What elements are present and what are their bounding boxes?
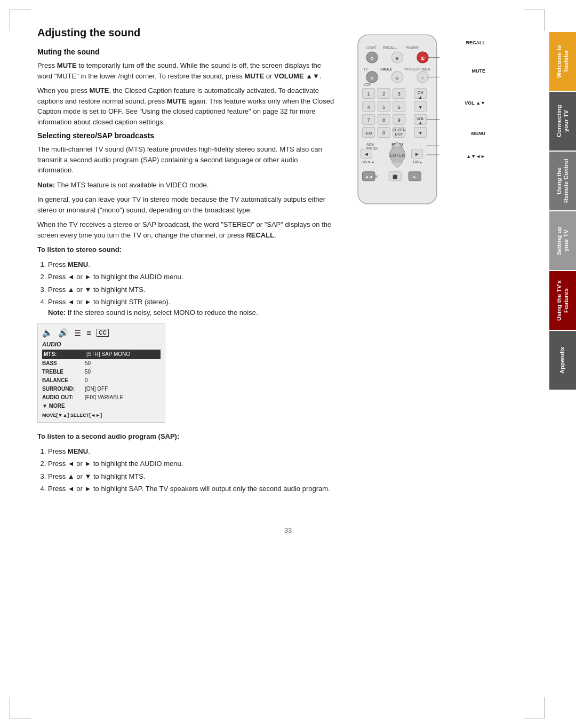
svg-text:⊗: ⊗ xyxy=(370,75,374,81)
svg-text:CABLE: CABLE xyxy=(380,67,392,71)
stereo-step-4: Press ◄ or ► to highlight STR (stereo). … xyxy=(48,297,336,318)
svg-text:◄◄: ◄◄ xyxy=(365,175,373,179)
svg-text:4: 4 xyxy=(367,104,370,110)
stereo-steps-list: Press MENU. Press ◄ or ► to highlight th… xyxy=(48,259,336,318)
svg-text:2: 2 xyxy=(382,91,385,97)
stereo-para-3: When the TV receives a stereo or SAP bro… xyxy=(37,219,336,240)
recall-label: RECALL xyxy=(466,40,486,45)
stereo-note: Note: The MTS feature is not available i… xyxy=(37,180,336,191)
svg-text:FAV▼◄: FAV▼◄ xyxy=(361,160,374,164)
svg-text:VCR: VCR xyxy=(364,83,371,86)
svg-text:⊕: ⊕ xyxy=(396,75,399,81)
remote-svg: LIGHT RECALL/ POWER ⊗ ⊕ ⏻ TV CA xyxy=(347,32,448,207)
page-number: 33 xyxy=(0,526,576,534)
audio-icon-equalizer: ≣ xyxy=(74,328,81,338)
svg-text:CH/RTN: CH/RTN xyxy=(393,128,405,132)
muting-para-2: When you press MUTE, the Closed Caption … xyxy=(37,85,336,127)
svg-text:ADV/: ADV/ xyxy=(366,143,374,146)
stereo-sap-title: Selecting stereo/SAP broadcasts xyxy=(37,131,336,140)
svg-text:LIGHT: LIGHT xyxy=(366,46,377,50)
sap-step-1: Press MENU. xyxy=(48,446,336,457)
stereo-step-2: Press ◄ or ► to highlight the AUDIO menu… xyxy=(48,272,336,282)
svg-text:►: ► xyxy=(413,175,417,179)
vol-label: VOL ▲▼ xyxy=(465,100,485,106)
audio-row-audio-out: AUDIO OUT: [FIX] VARIABLE xyxy=(42,393,161,402)
side-navigation: Welcome toToshiba Connectingyour TV Usin… xyxy=(549,32,576,390)
tab-setting-up[interactable]: Setting upyour TV xyxy=(549,211,576,270)
svg-text:7: 7 xyxy=(367,117,370,123)
menu-label: MENU xyxy=(471,131,486,136)
svg-text:▼: ▼ xyxy=(418,130,422,136)
audio-icon-network: ≡ xyxy=(86,328,91,338)
svg-text:RECALL/: RECALL/ xyxy=(383,46,398,50)
stereo-para-2: In general, you can leave your TV in ste… xyxy=(37,194,336,215)
svg-text:9: 9 xyxy=(398,117,401,123)
svg-text:▲: ▲ xyxy=(418,94,422,100)
audio-menu-screenshot: 🔈 🔊 ≣ ≡ CC AUDIO MTS: [STR] SAP MONO BAS… xyxy=(37,323,165,423)
sap-step-4: Press ◄ or ► to highlight SAP. The TV sp… xyxy=(48,484,336,494)
svg-text:3: 3 xyxy=(398,91,401,97)
audio-row-balance: BALANCE 0 xyxy=(42,376,161,385)
svg-text:1: 1 xyxy=(367,91,370,97)
svg-text:TIMER: TIMER xyxy=(420,67,430,71)
svg-text:8: 8 xyxy=(382,117,385,123)
tab-features[interactable]: Using the TV'sFeatures xyxy=(549,271,576,330)
audio-menu-label: AUDIO xyxy=(42,341,161,347)
audio-row-bass: BASS 50 xyxy=(42,359,161,368)
tab-remote[interactable]: Using theRemote Control xyxy=(549,152,576,210)
svg-text:TV: TV xyxy=(364,67,369,71)
muting-title: Muting the sound xyxy=(37,48,336,56)
svg-text:POWER: POWER xyxy=(406,46,419,50)
svg-text:⬛: ⬛ xyxy=(393,175,398,179)
svg-text:⊗: ⊗ xyxy=(370,56,374,61)
main-content: Adjusting the sound Muting the sound Pre… xyxy=(21,16,539,510)
svg-text:◄: ◄ xyxy=(364,151,369,157)
audio-icon-speaker: 🔈 xyxy=(42,328,53,338)
svg-text:○: ○ xyxy=(421,75,424,81)
svg-text:▲: ▲ xyxy=(418,120,422,125)
right-column: RECALL MUTE VOL ▲▼ MENU ▲▼◄► LIGHT RECAL… xyxy=(347,27,496,500)
audio-row-more: ▼ MORE xyxy=(42,402,161,410)
audio-row-treble: TREBLE 50 xyxy=(42,368,161,376)
audio-menu-icon-row: 🔈 🔊 ≣ ≡ CC xyxy=(42,328,161,338)
stereo-steps-title: To listen to stereo sound: xyxy=(37,244,336,255)
corner-border-tl xyxy=(10,10,31,31)
corner-border-bl xyxy=(10,697,31,718)
stereo-step-1: Press MENU. xyxy=(48,259,336,270)
svg-text:⏻: ⏻ xyxy=(421,56,425,61)
mute-label: MUTE xyxy=(472,68,486,74)
svg-text:ENTER: ENTER xyxy=(390,153,405,158)
sap-steps-list: Press MENU. Press ◄ or ► to highlight th… xyxy=(48,446,336,494)
svg-text:►: ► xyxy=(414,151,419,157)
svg-text:0: 0 xyxy=(382,130,385,136)
svg-text:100: 100 xyxy=(365,131,372,136)
svg-text:FAV▲: FAV▲ xyxy=(413,160,423,164)
left-column: Adjusting the sound Muting the sound Pre… xyxy=(37,27,336,500)
corner-border-br xyxy=(524,697,545,718)
tab-welcome[interactable]: Welcome toToshiba xyxy=(549,32,576,91)
audio-row-surround: SURROUND: [ON] OFF xyxy=(42,385,161,393)
stereo-step-3: Press ▲ or ▼ to highlight MTS. xyxy=(48,284,336,295)
svg-text:⊕: ⊕ xyxy=(396,56,399,61)
audio-icon-cc: CC xyxy=(97,329,108,337)
tab-appendix[interactable]: Appendix xyxy=(549,331,576,390)
remote-control-diagram: RECALL MUTE VOL ▲▼ MENU ▲▼◄► LIGHT RECAL… xyxy=(347,32,485,207)
corner-border-tr xyxy=(524,10,545,31)
stereo-para-1: The multi-channel TV sound (MTS) feature… xyxy=(37,144,336,176)
svg-text:6: 6 xyxy=(398,104,401,110)
svg-text:▼: ▼ xyxy=(418,105,422,110)
sap-step-3: Press ▲ or ▼ to highlight MTS. xyxy=(48,471,336,482)
section-title: Adjusting the sound xyxy=(37,27,336,39)
muting-para-1: Press MUTE to temporarily turn off the s… xyxy=(37,60,336,81)
sap-steps-title: To listen to a second audio program (SAP… xyxy=(37,431,336,442)
svg-text:5: 5 xyxy=(382,104,385,110)
sap-step-2: Press ◄ or ► to highlight the AUDIO menu… xyxy=(48,458,336,469)
audio-icon-speaker2: 🔊 xyxy=(58,328,69,338)
audio-menu-footer: MOVE[▼▲] SELECT[◄►] xyxy=(42,413,161,418)
svg-text:ENT: ENT xyxy=(395,132,403,137)
svg-text:TV/VIDEO: TV/VIDEO xyxy=(403,67,419,71)
tab-connecting[interactable]: Connectingyour TV xyxy=(549,92,576,151)
arrow-label: ▲▼◄► xyxy=(466,154,485,159)
audio-row-mts: MTS: [STR] SAP MONO xyxy=(42,350,161,359)
